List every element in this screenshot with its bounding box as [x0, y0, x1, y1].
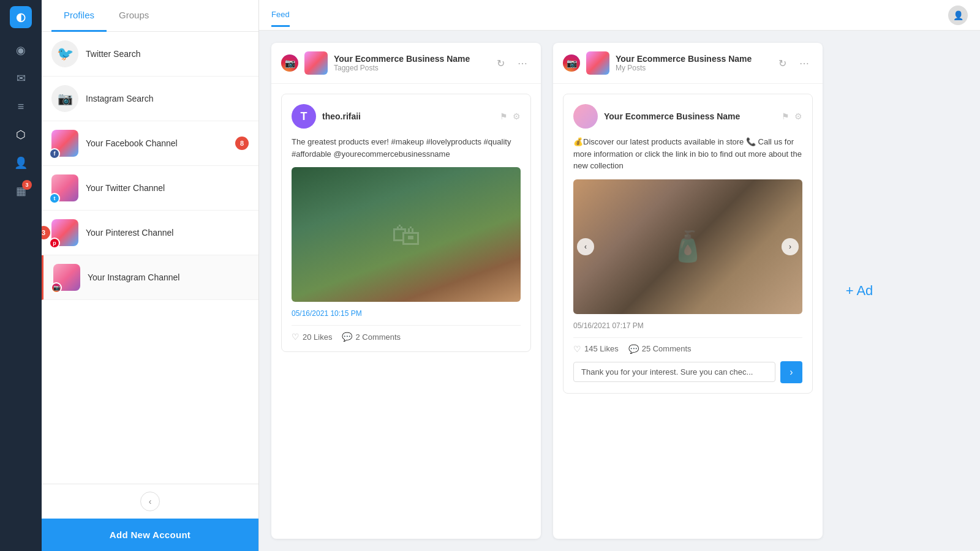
column2-refresh-button[interactable]: ↻ [774, 54, 791, 72]
reply-send-button[interactable]: › [780, 361, 802, 383]
my-post-actions: ⚑ ⚙ [782, 111, 802, 121]
likes-count: 20 Likes [303, 332, 332, 342]
heart-icon: ♡ [292, 332, 300, 342]
main-content: Feed 👤 📷 Your Ecommerce Business Name Ta… [259, 0, 980, 551]
facebook-avatar: f [51, 130, 78, 157]
logo-icon: ◐ [16, 10, 26, 24]
post-author-name: theo.rifaii [322, 111, 494, 121]
tagged-posts-feed: T theo.rifaii ⚑ ⚙ The greatest products … [271, 84, 541, 539]
my-post-header: Your Ecommerce Business Name ⚑ ⚙ [573, 104, 802, 129]
twitter-search-icon: 🐦 [51, 40, 78, 67]
user-icon: 👤 [953, 10, 963, 20]
twitter-badge-icon: t [49, 193, 60, 204]
connections-icon: ⬡ [16, 128, 26, 141]
dashboard-icon: ◉ [16, 43, 26, 57]
comments-count: 2 Comments [355, 332, 401, 342]
feed-tab-active[interactable]: Feed [271, 10, 290, 27]
twitter-search-name: Twitter Search [86, 49, 249, 59]
likes-stat[interactable]: ♡ 20 Likes [292, 332, 332, 342]
column-instagram-icon: 📷 [281, 54, 298, 72]
my-posts-header: 📷 Your Ecommerce Business Name My Posts … [553, 43, 823, 84]
nav-calendar[interactable]: ▦ 3 [9, 179, 33, 203]
sidebar-item-facebook-channel[interactable]: f Your Facebook Channel 8 [42, 121, 258, 166]
my-post-footer: ♡ 145 Likes 💬 25 Comments [573, 337, 802, 354]
facebook-notification-badge: 8 [235, 137, 249, 150]
nav-connections[interactable]: ⬡ [9, 122, 33, 147]
column2-feed-type: My Posts [616, 64, 767, 72]
sidebar-item-twitter-search[interactable]: 🐦 Twitter Search [42, 32, 258, 77]
instagram-search-icon: 📷 [51, 85, 78, 112]
sidebar-item-instagram-channel[interactable]: 📷 Your Instagram Channel [42, 255, 258, 300]
pinterest-avatar: p [51, 219, 78, 246]
column2-account-name: Your Ecommerce Business Name [616, 54, 767, 64]
column-actions: ↻ ⋯ [492, 54, 531, 72]
column-title: Your Ecommerce Business Name Tagged Post… [334, 54, 486, 72]
post-actions: ⚑ ⚙ [500, 111, 521, 121]
sidebar-item-pinterest-channel[interactable]: p Your Pinterest Channel 3 [42, 211, 258, 255]
main-nav: ◐ ◉ ✉ ≡ ⬡ 👤 ▦ 3 [0, 0, 42, 551]
add-column-button[interactable]: + Ad [835, 43, 884, 539]
tab-groups[interactable]: Groups [107, 0, 161, 32]
column2-more-options-button[interactable]: ⋯ [796, 54, 813, 72]
my-post-flag-icon[interactable]: ⚑ [782, 111, 790, 121]
more-options-button[interactable]: ⋯ [514, 54, 531, 72]
my-post-likes-stat[interactable]: ♡ 145 Likes [573, 344, 619, 354]
feed-area: 📷 Your Ecommerce Business Name Tagged Po… [259, 31, 980, 551]
my-posts-column: 📷 Your Ecommerce Business Name My Posts … [553, 43, 823, 539]
nav-inbox[interactable]: ✉ [9, 66, 33, 91]
post-image: 🛍 [292, 167, 521, 302]
my-post-comments-count: 25 Comments [642, 344, 692, 353]
instagram-search-label: Instagram Search [86, 94, 249, 103]
collapse-sidebar-button[interactable]: ‹ [140, 492, 160, 511]
post-author-avatar: T [292, 104, 316, 129]
nav-dashboard[interactable]: ◉ [9, 38, 33, 62]
post-card: T theo.rifaii ⚑ ⚙ The greatest products … [281, 94, 531, 352]
instagram-badge-icon: 📷 [51, 282, 62, 293]
sidebar-list: 🐦 Twitter Search 📷 Instagram Search f Yo… [42, 32, 258, 484]
my-post-card: Your Ecommerce Business Name ⚑ ⚙ 💰Discov… [563, 94, 813, 394]
column-feed-type: Tagged Posts [334, 64, 486, 72]
twitter-channel-name: Your Twitter Channel [86, 183, 249, 193]
compose-icon: ≡ [18, 100, 24, 113]
post-footer: ♡ 20 Likes 💬 2 Comments [292, 325, 521, 342]
my-post-settings-icon[interactable]: ⚙ [794, 111, 802, 121]
add-column-icon: + Ad [846, 283, 873, 299]
my-posts-feed: Your Ecommerce Business Name ⚑ ⚙ 💰Discov… [553, 84, 823, 539]
twitter-avatar: t [51, 174, 78, 201]
reply-input[interactable] [573, 362, 775, 382]
tab-profiles[interactable]: Profiles [51, 0, 107, 32]
tagged-posts-column: 📷 Your Ecommerce Business Name Tagged Po… [271, 43, 541, 539]
reply-area: › [573, 361, 802, 383]
pinterest-channel-name: Your Pinterest Channel [86, 228, 249, 238]
my-post-text: 💰Discover our latest products available … [573, 136, 802, 172]
nav-badge: 3 [22, 180, 32, 190]
column-account-name: Your Ecommerce Business Name [334, 54, 486, 64]
facebook-channel-name: Your Facebook Channel [86, 138, 228, 148]
settings-icon[interactable]: ⚙ [513, 111, 521, 121]
instagram-channel-label: Your Instagram Channel [88, 272, 249, 282]
flag-icon[interactable]: ⚑ [500, 111, 508, 121]
instagram-channel-name: Your Instagram Channel [88, 272, 249, 282]
carousel-next-button[interactable]: › [782, 238, 799, 255]
carousel-prev-button[interactable]: ‹ [577, 238, 594, 255]
facebook-channel-label: Your Facebook Channel [86, 138, 228, 148]
nav-compose[interactable]: ≡ [9, 94, 33, 119]
post-header: T theo.rifaii ⚑ ⚙ [292, 104, 521, 129]
header-user-avatar[interactable]: 👤 [948, 6, 968, 25]
sidebar-item-twitter-channel[interactable]: t Your Twitter Channel [42, 166, 258, 211]
comment-icon: 💬 [342, 332, 352, 342]
nav-contacts[interactable]: 👤 [9, 151, 33, 175]
add-account-button[interactable]: Add New Account [42, 519, 258, 551]
sidebar-item-instagram-search[interactable]: 📷 Instagram Search [42, 77, 258, 121]
column2-instagram-icon: 📷 [563, 54, 580, 72]
comments-stat[interactable]: 💬 2 Comments [342, 332, 401, 342]
my-post-comments-stat[interactable]: 💬 25 Comments [628, 344, 692, 354]
column-account-avatar [304, 51, 328, 75]
twitter-bird-icon: 🐦 [57, 46, 74, 62]
refresh-button[interactable]: ↻ [492, 54, 509, 72]
inbox-icon: ✉ [17, 72, 26, 85]
my-post-date: 05/16/2021 07:17 PM [573, 321, 802, 330]
post-text: The greatest products ever! #makeup #lov… [292, 136, 521, 160]
app-logo[interactable]: ◐ [10, 6, 32, 28]
twitter-search-label: Twitter Search [86, 49, 249, 59]
